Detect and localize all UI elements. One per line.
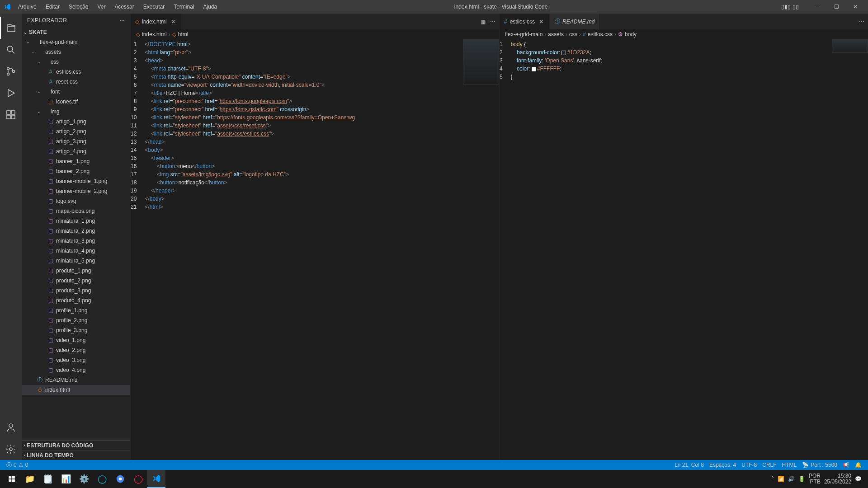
extensions-icon[interactable] xyxy=(0,104,22,126)
explorer-icon[interactable] xyxy=(0,17,22,39)
svg-point-8 xyxy=(9,424,13,427)
breadcrumb-left[interactable]: ◇index.html › ◇html xyxy=(131,29,499,39)
tree-item-logo-svg[interactable]: ▢logo.svg xyxy=(22,196,130,206)
tree-item-css[interactable]: ⌄css xyxy=(22,57,130,67)
tree-item-produto_1-png[interactable]: ▢produto_1.png xyxy=(22,266,130,276)
tree-item-profile_3-png[interactable]: ▢profile_3.png xyxy=(22,325,130,335)
tray-clock[interactable]: 15:3025/05/2022 xyxy=(824,473,851,485)
tree-item-video_2-png[interactable]: ▢video_2.png xyxy=(22,345,130,355)
tree-item-produto_4-png[interactable]: ▢produto_4.png xyxy=(22,296,130,305)
tray-network-icon[interactable]: 📶 xyxy=(778,476,784,482)
source-control-icon[interactable] xyxy=(0,61,22,82)
tree-item-artigo_4-png[interactable]: ▢artigo_4.png xyxy=(22,146,130,156)
close-tab-icon[interactable]: ✕ xyxy=(170,18,177,25)
tree-item-index-html[interactable]: ◇index.html xyxy=(22,385,130,395)
tree-item-README-md[interactable]: ⓘREADME.md xyxy=(22,375,130,385)
project-section[interactable]: ⌄SKATE xyxy=(22,27,130,37)
tree-item-produto_3-png[interactable]: ▢produto_3.png xyxy=(22,286,130,296)
close-button[interactable]: ✕ xyxy=(846,0,864,13)
code-editor-right[interactable]: 12345 body { background-color: #1D232A; … xyxy=(500,39,868,460)
chrome-taskbar-icon[interactable] xyxy=(111,470,129,488)
taskbar-app-icon[interactable]: 🗒️ xyxy=(39,470,57,488)
menu-seleção[interactable]: Seleção xyxy=(65,2,92,12)
timeline-section[interactable]: ›LINHA DO TEMPO xyxy=(22,450,130,460)
minimap[interactable] xyxy=(463,39,499,84)
tree-item-miniatura_1-png[interactable]: ▢miniatura_1.png xyxy=(22,216,130,226)
layout-panel-left-icon[interactable]: ▯▮▯ xyxy=(781,2,790,11)
menu-acessar[interactable]: Acessar xyxy=(111,2,137,12)
file-explorer-taskbar-icon[interactable]: 📁 xyxy=(21,470,39,488)
menu-editar[interactable]: Editar xyxy=(42,2,63,12)
outline-section[interactable]: ›ESTRUTURA DO CÓDIGO xyxy=(22,440,130,450)
minimap[interactable] xyxy=(832,39,868,53)
run-debug-icon[interactable] xyxy=(0,82,22,104)
tree-item-miniatura_5-png[interactable]: ▢miniatura_5.png xyxy=(22,256,130,266)
status-language[interactable]: HTML xyxy=(779,462,800,468)
status-cursor[interactable]: Ln 21, Col 8 xyxy=(672,462,707,468)
menu-ver[interactable]: Ver xyxy=(94,2,109,12)
tree-item-profile_1-png[interactable]: ▢profile_1.png xyxy=(22,305,130,315)
tray-chevron-icon[interactable]: ˄ xyxy=(771,476,774,482)
tree-item-reset-css[interactable]: #reset.css xyxy=(22,77,130,87)
tray-volume-icon[interactable]: 🔊 xyxy=(788,476,795,482)
tree-item-icones-ttf[interactable]: ⬚icones.ttf xyxy=(22,97,130,107)
start-button[interactable] xyxy=(3,470,21,488)
status-encoding[interactable]: UTF-8 xyxy=(739,462,760,468)
tree-item-font[interactable]: ⌄font xyxy=(22,87,130,97)
more-icon[interactable]: ⋯ xyxy=(490,19,495,25)
settings-gear-icon[interactable] xyxy=(0,438,22,460)
tree-item-profile_2-png[interactable]: ▢profile_2.png xyxy=(22,315,130,325)
tree-item-banner-mobile_1-png[interactable]: ▢banner-mobile_1.png xyxy=(22,176,130,186)
tree-item-artigo_2-png[interactable]: ▢artigo_2.png xyxy=(22,127,130,136)
more-icon[interactable]: ⋯ xyxy=(119,17,125,23)
code-editor-left[interactable]: 123456789101112131415161718192021 <!DOCT… xyxy=(131,39,499,460)
tree-item-flex-e-grid-main[interactable]: ⌄flex-e-grid-main xyxy=(22,37,130,47)
tree-item-miniatura_4-png[interactable]: ▢miniatura_4.png xyxy=(22,246,130,256)
status-feedback-icon[interactable]: 📢 xyxy=(840,462,852,468)
tree-item-produto_2-png[interactable]: ▢produto_2.png xyxy=(22,276,130,286)
close-tab-icon[interactable]: ✕ xyxy=(538,18,545,25)
tree-item-banner-mobile_2-png[interactable]: ▢banner-mobile_2.png xyxy=(22,186,130,196)
taskbar-app-icon[interactable]: ◯ xyxy=(129,470,147,488)
maximize-button[interactable]: ☐ xyxy=(827,0,845,13)
account-icon[interactable] xyxy=(0,417,22,438)
status-errors[interactable]: ⓧ0 ⚠0 xyxy=(4,461,31,469)
tree-item-miniatura_3-png[interactable]: ▢miniatura_3.png xyxy=(22,236,130,246)
tree-item-estilos-css[interactable]: #estilos.css xyxy=(22,67,130,77)
taskbar-app-icon[interactable]: 📊 xyxy=(57,470,75,488)
tray-notifications-icon[interactable]: 💬 xyxy=(855,476,862,482)
tree-item-assets[interactable]: ⌄assets xyxy=(22,47,130,57)
layout-split-icon[interactable]: ▯▯ xyxy=(791,2,800,11)
tree-item-img[interactable]: ⌄img xyxy=(22,107,130,117)
status-liveserver[interactable]: 📡 Port : 5500 xyxy=(799,462,840,468)
tree-item-mapa-picos-png[interactable]: ▢mapa-picos.png xyxy=(22,206,130,216)
more-icon[interactable]: ⋯ xyxy=(859,19,864,25)
tree-item-video_3-png[interactable]: ▢video_3.png xyxy=(22,355,130,365)
tab-README-md[interactable]: ⓘREADME.md xyxy=(550,14,599,29)
tree-item-video_4-png[interactable]: ▢video_4.png xyxy=(22,365,130,375)
status-eol[interactable]: CRLF xyxy=(760,462,779,468)
tray-battery-icon[interactable]: 🔋 xyxy=(798,476,805,482)
status-bell-icon[interactable]: 🔔 xyxy=(852,462,864,468)
breadcrumb-right[interactable]: flex-e-grid-main›assets›css›# estilos.cs… xyxy=(500,29,868,39)
tree-item-miniatura_2-png[interactable]: ▢miniatura_2.png xyxy=(22,226,130,236)
tree-item-video_1-png[interactable]: ▢video_1.png xyxy=(22,335,130,345)
minimize-button[interactable]: ─ xyxy=(808,0,826,13)
tree-item-artigo_3-png[interactable]: ▢artigo_3.png xyxy=(22,136,130,146)
tree-item-artigo_1-png[interactable]: ▢artigo_1.png xyxy=(22,117,130,127)
search-icon[interactable] xyxy=(0,39,22,61)
tree-item-banner_2-png[interactable]: ▢banner_2.png xyxy=(22,166,130,176)
menu-ajuda[interactable]: Ajuda xyxy=(200,2,221,12)
menu-terminal[interactable]: Terminal xyxy=(170,2,198,12)
tab-index-html[interactable]: ◇ index.html ✕ xyxy=(131,14,182,29)
status-spaces[interactable]: Espaços: 4 xyxy=(707,462,739,468)
menu-arquivo[interactable]: Arquivo xyxy=(14,2,40,12)
split-editor-icon[interactable]: ▥ xyxy=(481,19,486,25)
tree-item-banner_1-png[interactable]: ▢banner_1.png xyxy=(22,156,130,166)
menu-executar[interactable]: Executar xyxy=(140,2,168,12)
tray-language[interactable]: PORPTB xyxy=(809,473,821,485)
settings-taskbar-icon[interactable]: ⚙️ xyxy=(75,470,93,488)
taskbar-app-icon[interactable]: ◯ xyxy=(93,470,111,488)
tab-estilos-css[interactable]: #estilos.css✕ xyxy=(500,14,550,29)
vscode-taskbar-icon[interactable] xyxy=(147,470,165,488)
